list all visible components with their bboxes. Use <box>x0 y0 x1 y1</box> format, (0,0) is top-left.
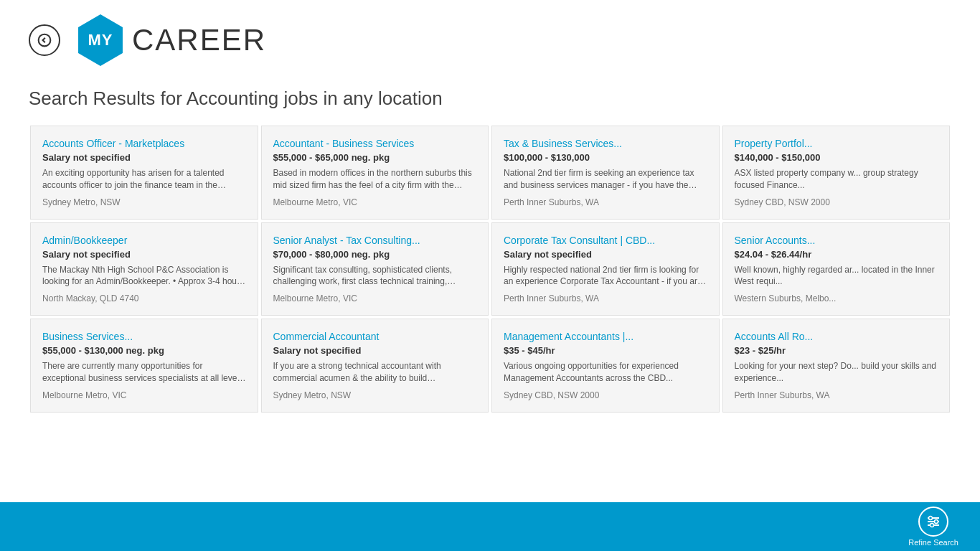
job-location: Perth Inner Suburbs, WA <box>504 197 707 207</box>
job-card[interactable]: Senior Accounts... $24.04 - $26.44/hr We… <box>722 222 951 316</box>
logo-hex: MY <box>75 14 126 66</box>
job-card[interactable]: Corporate Tax Consultant | CBD... Salary… <box>491 222 720 316</box>
job-title: Commercial Accountant <box>273 331 477 342</box>
job-description: Significant tax consulting, sophisticate… <box>273 264 477 288</box>
job-card[interactable]: Management Accountants |... $35 - $45/hr… <box>491 319 720 413</box>
job-salary: $24.04 - $26.44/hr <box>735 249 938 260</box>
job-title: Senior Analyst - Tax Consulting... <box>273 235 477 246</box>
job-salary: Salary not specified <box>42 152 246 163</box>
job-title: Accounts Officer - Marketplaces <box>42 138 246 149</box>
job-location: Perth Inner Suburbs, WA <box>504 293 707 303</box>
job-description: The Mackay Nth High School P&C Associati… <box>42 264 246 288</box>
job-location: Perth Inner Suburbs, WA <box>735 390 938 400</box>
header: MY CAREER <box>0 0 980 80</box>
job-title: Corporate Tax Consultant | CBD... <box>504 235 707 246</box>
job-salary: $55,000 - $130,000 neg. pkg <box>42 345 246 356</box>
job-card[interactable]: Senior Analyst - Tax Consulting... $70,0… <box>261 222 489 316</box>
job-card[interactable]: Accounts Officer - Marketplaces Salary n… <box>30 126 258 220</box>
job-description: ASX listed property company w... group s… <box>735 167 938 192</box>
refine-icon <box>918 507 948 537</box>
job-description: If you are a strong technical accountant… <box>273 360 477 385</box>
svg-point-0 <box>39 34 51 47</box>
job-description: Well known, highly regarded ar... locate… <box>735 264 938 288</box>
job-salary: $140,000 - $150,000 <box>735 152 938 163</box>
job-title: Admin/Bookkeeper <box>42 235 246 246</box>
job-card[interactable]: Tax & Business Services... $100,000 - $1… <box>491 126 720 220</box>
job-description: Various ongoing opportunities for experi… <box>504 360 707 385</box>
job-location: North Mackay, QLD 4740 <box>42 293 246 303</box>
job-salary: Salary not specified <box>273 345 477 356</box>
job-salary: Salary not specified <box>42 249 246 260</box>
job-title: Management Accountants |... <box>504 331 707 342</box>
job-description: An exciting opportunity has arisen for a… <box>42 167 246 192</box>
job-location: Sydney CBD, NSW 2000 <box>735 197 938 207</box>
job-title: Senior Accounts... <box>735 235 938 246</box>
job-description: Looking for your next step? Do... build … <box>735 360 938 385</box>
refine-search-button[interactable]: Refine Search <box>908 507 958 547</box>
job-location: Sydney Metro, NSW <box>42 197 246 207</box>
job-salary: $35 - $45/hr <box>504 345 707 356</box>
job-card[interactable]: Property Portfol... $140,000 - $150,000 … <box>722 126 951 220</box>
job-title: Accounts All Ro... <box>735 331 938 342</box>
job-salary: $100,000 - $130,000 <box>504 152 707 163</box>
back-button[interactable] <box>29 24 60 56</box>
job-salary: Salary not specified <box>504 249 707 260</box>
job-location: Sydney CBD, NSW 2000 <box>504 390 707 400</box>
refine-label: Refine Search <box>908 538 958 547</box>
job-title: Accountant - Business Services <box>273 138 477 149</box>
job-location: Western Suburbs, Melbo... <box>735 293 938 303</box>
job-card[interactable]: Commercial Accountant Salary not specifi… <box>261 319 489 413</box>
job-description: Highly respected national 2nd tier firm … <box>504 264 707 288</box>
job-description: Based in modern offices in the northern … <box>273 167 477 192</box>
job-location: Melbourne Metro, VIC <box>273 197 477 207</box>
job-description: National 2nd tier firm is seeking an exp… <box>504 167 707 192</box>
search-title: Search Results for Accounting jobs in an… <box>0 80 980 124</box>
job-card[interactable]: Accounts All Ro... $23 - $25/hr Looking … <box>722 319 951 413</box>
svg-point-4 <box>929 517 933 520</box>
svg-point-5 <box>935 520 938 524</box>
job-salary: $70,000 - $80,000 neg. pkg <box>273 249 477 260</box>
job-description: There are currently many opportunities f… <box>42 360 246 385</box>
job-location: Sydney Metro, NSW <box>273 390 477 400</box>
job-card[interactable]: Accountant - Business Services $55,000 -… <box>261 126 489 220</box>
svg-point-6 <box>930 524 934 527</box>
job-location: Melbourne Metro, VIC <box>273 293 477 303</box>
job-salary: $23 - $25/hr <box>735 345 938 356</box>
job-location: Melbourne Metro, VIC <box>42 390 246 400</box>
logo-career-text: CAREER <box>132 23 266 57</box>
logo-my-text: MY <box>88 31 113 50</box>
job-grid: Accounts Officer - Marketplaces Salary n… <box>0 124 980 414</box>
job-card[interactable]: Admin/Bookkeeper Salary not specified Th… <box>30 222 258 316</box>
footer-bar: Refine Search <box>0 502 980 551</box>
job-salary: $55,000 - $65,000 neg. pkg <box>273 152 477 163</box>
job-card[interactable]: Business Services... $55,000 - $130,000 … <box>30 319 258 413</box>
job-title: Property Portfol... <box>735 138 938 149</box>
job-title: Business Services... <box>42 331 246 342</box>
logo: MY CAREER <box>75 14 266 66</box>
job-title: Tax & Business Services... <box>504 138 707 149</box>
